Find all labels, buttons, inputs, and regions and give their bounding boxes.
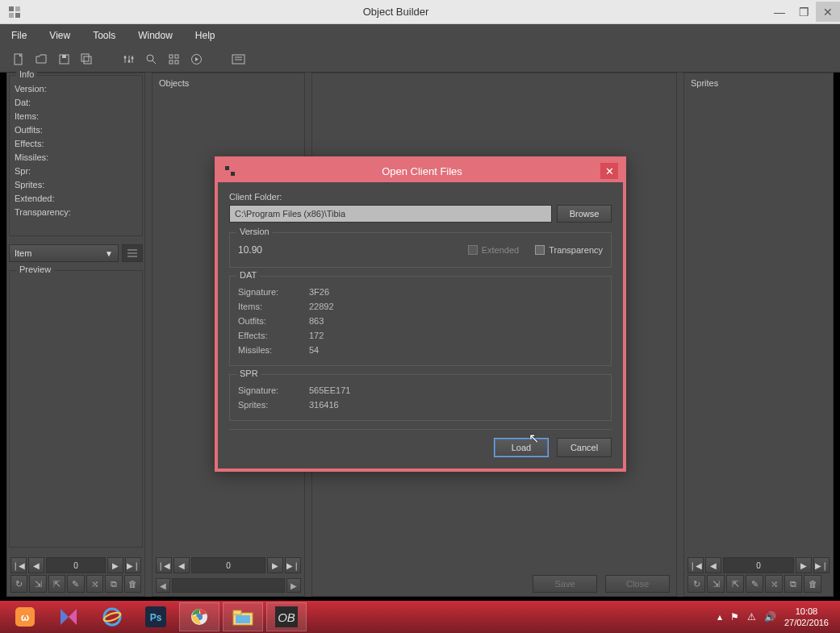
menu-tools[interactable]: Tools (93, 30, 115, 41)
dat-effects: 172 (309, 328, 324, 343)
spr-export-icon[interactable]: ⇲ (707, 575, 725, 593)
spr-edit-icon[interactable]: ✎ (746, 575, 763, 593)
new-file-icon[interactable] (11, 52, 26, 67)
svg-line-16 (153, 60, 156, 64)
search-icon[interactable] (144, 52, 158, 67)
obj-nav-first[interactable]: ❘◀ (156, 557, 172, 573)
tray-flag-icon[interactable]: ⚑ (730, 611, 739, 623)
save-icon[interactable] (56, 52, 71, 67)
slider-icon[interactable] (121, 52, 136, 67)
browse-button[interactable]: Browse (557, 205, 612, 223)
spr-nav-index[interactable]: 0 (723, 557, 794, 573)
info-version: Version: (15, 82, 137, 96)
taskbar-ie[interactable] (92, 602, 132, 631)
info-extended: Extended: (15, 192, 137, 206)
save-all-icon[interactable] (79, 52, 94, 67)
taskbar: ω Ps OB ▴ ⚑ ⚠ 🔊 10:08 27/02/2016 (0, 601, 840, 633)
delete-icon[interactable]: 🗑 (124, 575, 141, 593)
tray-clock[interactable]: 10:08 27/02/2016 (784, 606, 829, 628)
extended-checkbox: Extended (468, 245, 519, 255)
svg-rect-40 (236, 615, 250, 623)
spr-sprites: 316416 (309, 398, 339, 412)
tray-up-icon[interactable]: ▴ (717, 611, 722, 623)
dialog-close-button[interactable]: ✕ (600, 163, 618, 179)
grid-icon[interactable] (166, 52, 181, 67)
spr-refresh-icon[interactable]: ↻ (687, 575, 705, 593)
nav-index[interactable]: 0 (46, 557, 106, 573)
refresh-icon[interactable]: ↻ (10, 575, 27, 593)
info-transparency: Transparency: (15, 206, 137, 219)
menu-help[interactable]: Help (195, 30, 215, 41)
spr-copy-icon[interactable]: ⧉ (784, 575, 802, 593)
app-icon (5, 2, 24, 22)
taskbar-objectbuilder[interactable]: OB (266, 602, 307, 631)
svg-point-15 (147, 55, 153, 61)
taskbar-chrome[interactable] (179, 602, 219, 631)
save-button[interactable]: Save (533, 575, 597, 593)
open-folder-icon[interactable] (34, 52, 48, 67)
menubar: File View Tools Window Help (0, 24, 840, 47)
tray-volume-icon[interactable]: 🔊 (764, 611, 776, 623)
svg-rect-29 (231, 172, 235, 176)
replace-icon[interactable]: ⤭ (86, 575, 103, 593)
preview-legend: Preview (16, 264, 54, 274)
spr-nav-next[interactable]: ▶ (796, 557, 812, 573)
spr-replace-icon[interactable]: ⤭ (765, 575, 783, 593)
menu-view[interactable]: View (49, 30, 70, 41)
minimize-button[interactable]: — (767, 2, 792, 22)
spr-nav-last[interactable]: ▶❘ (813, 557, 830, 573)
dat-items: 22892 (309, 299, 334, 314)
maximize-button[interactable]: ❐ (792, 2, 816, 22)
log-icon[interactable] (231, 52, 245, 67)
svg-rect-17 (169, 55, 173, 58)
nav-next-button[interactable]: ▶ (107, 557, 123, 573)
info-legend: Info (16, 69, 37, 79)
import-icon[interactable]: ⇱ (48, 575, 65, 593)
svg-point-13 (127, 60, 130, 63)
window-title: Object Builder (24, 6, 767, 18)
svg-text:Ps: Ps (150, 612, 162, 623)
obj-nav-prev[interactable]: ◀ (173, 557, 190, 573)
svg-point-12 (123, 56, 126, 59)
window-close-button[interactable]: ✕ (816, 2, 840, 22)
taskbar-media[interactable] (48, 602, 89, 631)
spr-import-icon[interactable]: ⇱ (726, 575, 744, 593)
load-button[interactable]: Load (494, 438, 549, 457)
obj-nav-next[interactable]: ▶ (267, 557, 283, 573)
edit-icon[interactable]: ✎ (67, 575, 84, 593)
spr-delete-icon[interactable]: 🗑 (804, 575, 821, 593)
nav-first-button[interactable]: ❘◀ (10, 557, 27, 573)
export-icon[interactable]: ⇲ (29, 575, 46, 593)
category-dropdown[interactable]: Item ▼ (9, 244, 119, 262)
taskbar-explorer[interactable] (223, 602, 263, 631)
menu-file[interactable]: File (11, 30, 27, 41)
copy-icon[interactable]: ⧉ (105, 575, 122, 593)
obj-scroll-right[interactable]: ▶ (286, 578, 301, 593)
client-folder-input[interactable]: C:\Program Files (x86)\Tibia (229, 205, 552, 223)
obj-scroll-track[interactable] (172, 578, 285, 593)
spr-nav-first[interactable]: ❘◀ (687, 557, 704, 573)
left-panel: Info Version: Dat: Items: Outfits: Effec… (6, 73, 145, 597)
taskbar-photoshop[interactable]: Ps (136, 602, 176, 631)
nav-last-button[interactable]: ▶❘ (125, 557, 141, 573)
info-effects: Effects: (15, 137, 137, 151)
obj-nav-last[interactable]: ▶❘ (285, 557, 301, 573)
svg-rect-0 (9, 6, 14, 11)
obj-scroll-left[interactable]: ◀ (156, 578, 170, 593)
list-mode-button[interactable] (122, 244, 143, 262)
info-outfits: Outfits: (15, 123, 137, 137)
spr-nav-prev[interactable]: ◀ (705, 557, 721, 573)
cancel-button[interactable]: Cancel (557, 438, 612, 457)
transparency-checkbox[interactable]: Transparency (535, 245, 603, 255)
svg-rect-2 (15, 6, 20, 11)
play-icon[interactable] (189, 52, 203, 67)
menu-window[interactable]: Window (138, 30, 173, 41)
dat-legend: DAT (236, 270, 260, 280)
info-dat: Dat: (15, 96, 137, 110)
sprites-panel: Sprites ❘◀ ◀ 0 ▶ ▶❘ ↻ ⇲ ⇱ ✎ ⤭ ⧉ 🗑 (683, 73, 834, 597)
tray-warning-icon[interactable]: ⚠ (747, 611, 756, 623)
nav-prev-button[interactable]: ◀ (28, 557, 44, 573)
close-button[interactable]: Close (605, 575, 670, 593)
obj-nav-index[interactable]: 0 (191, 557, 265, 573)
taskbar-xampp[interactable]: ω (5, 602, 45, 631)
